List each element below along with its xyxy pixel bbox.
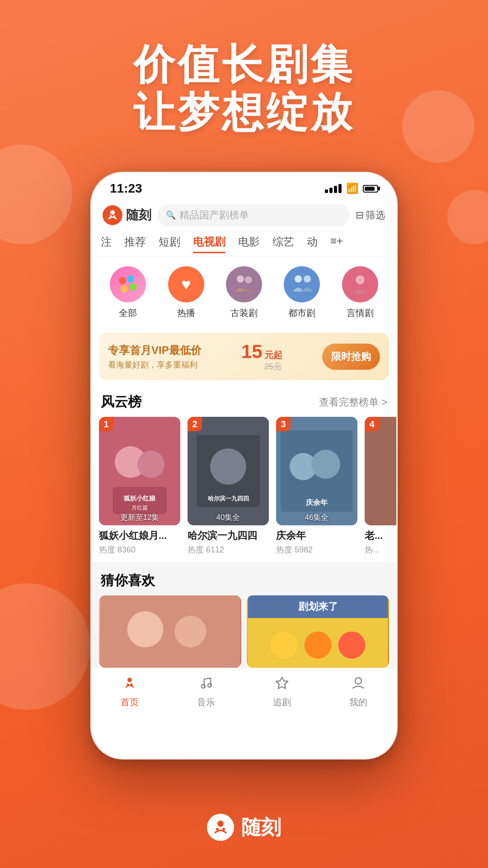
status-time: 11:23 [110, 181, 142, 196]
nav-follow-icon [275, 675, 289, 693]
rank-card-3[interactable]: 3 庆余年 46集全 庆余年 热度 5982 [276, 417, 357, 555]
wifi-icon: 📶 [346, 183, 358, 194]
hero-text: 价值长剧集 让梦想绽放 [0, 41, 488, 137]
vip-buy-button[interactable]: 限时抢购 [322, 344, 380, 370]
svg-point-32 [311, 450, 340, 479]
nav-profile-icon [351, 675, 366, 693]
svg-point-43 [338, 632, 366, 659]
genre-ancient-label: 古装剧 [230, 307, 258, 319]
cat-item-6[interactable]: 动 [307, 235, 318, 253]
svg-point-16 [304, 275, 311, 283]
svg-point-12 [237, 275, 244, 283]
svg-point-14 [284, 266, 320, 302]
svg-point-11 [226, 266, 262, 302]
rankings-more[interactable]: 查看完整榜单 > [319, 396, 387, 409]
svg-point-54 [216, 828, 219, 830]
nav-home[interactable]: 首页 [92, 675, 168, 708]
cat-item-7[interactable]: ≡+ [330, 235, 343, 253]
filter-icon: ⊟ [356, 209, 364, 221]
nav-music[interactable]: 音乐 [168, 675, 244, 708]
rankings-list: 1 狐妖小红娘 月红篇 更新至12集 狐妖小红娘月... 热 [92, 417, 396, 562]
genre-hot-label: 热播 [177, 307, 195, 319]
genre-ancient[interactable]: 古装剧 [221, 266, 267, 319]
genre-romance[interactable]: 言情剧 [338, 266, 383, 319]
svg-text:哈尔滨一九四四: 哈尔滨一九四四 [208, 495, 249, 502]
rankings-title: 风云榜 [101, 393, 141, 411]
nav-follow[interactable]: 追剧 [244, 675, 320, 708]
vip-banner[interactable]: 专享首月VIP最低价 看海量好剧，享多重福利 15 元起 25元 限时抢购 [99, 333, 389, 380]
nav-profile[interactable]: 我的 [320, 675, 397, 708]
svg-point-0 [103, 205, 122, 225]
bottom-brand: 随刻 [0, 814, 488, 841]
rec-card-2[interactable]: 剧划来了 [247, 595, 389, 668]
rank-heat-4: 热... [365, 544, 396, 555]
rec-grid: 剧划来了 [92, 595, 396, 668]
svg-point-6 [127, 275, 134, 283]
rec-card-1[interactable] [99, 595, 241, 668]
recommendations-section: 猜你喜欢 剧 [92, 562, 396, 668]
rec-header: 猜你喜欢 [92, 570, 396, 595]
nav-home-icon [122, 675, 137, 693]
rank-num-4: 4 [365, 417, 379, 431]
rank-episode-1: 更新至12集 [99, 512, 180, 523]
rankings-header: 风云榜 查看完整榜单 > [92, 385, 396, 417]
rec-title: 猜你喜欢 [101, 573, 155, 588]
status-icons: 📶 [325, 183, 378, 194]
rank-heat-1: 热度 8360 [99, 544, 180, 555]
svg-point-18 [356, 275, 365, 284]
rank-name-2: 哈尔滨一九四四 [188, 529, 269, 542]
cat-item-5[interactable]: 综艺 [272, 235, 294, 253]
svg-point-13 [245, 276, 252, 283]
svg-point-49 [208, 684, 211, 687]
svg-point-37 [175, 616, 206, 647]
app-logo-icon [103, 205, 122, 225]
svg-point-1 [110, 210, 115, 215]
cat-item-3[interactable]: 电视剧 [193, 235, 225, 253]
svg-text:剧划来了: 剧划来了 [298, 601, 338, 612]
top-nav: 随刻 🔍 精品国产剧榜单 ⊟ 筛选 [92, 199, 396, 231]
genre-city-label: 都市剧 [288, 307, 315, 319]
svg-point-47 [131, 684, 133, 686]
nav-home-label: 首页 [121, 696, 139, 708]
search-bar[interactable]: 🔍 精品国产剧榜单 [158, 204, 349, 226]
svg-text:月红篇: 月红篇 [131, 505, 148, 511]
genre-hot[interactable]: ♥ 热播 [164, 266, 209, 319]
genre-all[interactable]: 全部 [105, 266, 150, 319]
svg-rect-35 [100, 595, 240, 668]
svg-marker-50 [276, 677, 288, 689]
filter-label: 筛选 [366, 208, 385, 222]
brand-logo-icon [207, 814, 234, 841]
svg-point-45 [127, 678, 132, 682]
vip-title: 专享首月VIP最低价 [108, 343, 202, 358]
rank-heat-3: 热度 5982 [276, 544, 357, 555]
price-original: 25元 [264, 361, 282, 372]
vip-info: 专享首月VIP最低价 看海量好剧，享多重福利 [108, 343, 202, 370]
cat-item-0[interactable]: 注 [101, 235, 112, 253]
svg-point-52 [207, 814, 234, 841]
bottom-nav: 首页 音乐 [92, 668, 396, 719]
nav-music-icon [199, 675, 213, 693]
rank-card-4[interactable]: 4 老... 热... [365, 417, 396, 555]
genre-row: 全部 ♥ 热播 [92, 257, 396, 328]
battery-icon [363, 185, 378, 193]
cat-item-4[interactable]: 电影 [238, 235, 260, 253]
rank-thumb-2: 2 哈尔滨一九四四 40集全 [188, 417, 269, 525]
cat-item-2[interactable]: 短剧 [159, 235, 180, 253]
genre-city[interactable]: 都市剧 [279, 266, 324, 319]
phone-mockup: 11:23 📶 [90, 172, 398, 760]
price-unit: 元起 [264, 349, 282, 361]
rank-num-2: 2 [188, 417, 202, 431]
rank-card-2[interactable]: 2 哈尔滨一九四四 40集全 哈尔滨一九四四 热度 6112 [188, 417, 269, 555]
svg-text:♥: ♥ [181, 275, 191, 293]
svg-point-8 [121, 285, 128, 292]
filter-button[interactable]: ⊟ 筛选 [356, 208, 385, 222]
rank-num-3: 3 [276, 417, 291, 431]
rank-name-3: 庆余年 [276, 529, 357, 542]
cat-item-1[interactable]: 推荐 [124, 235, 146, 253]
vip-subtitle: 看海量好剧，享多重福利 [108, 359, 202, 370]
nav-follow-label: 追剧 [273, 696, 291, 708]
app-name: 随刻 [126, 207, 151, 224]
svg-point-44 [122, 675, 137, 690]
rank-card-1[interactable]: 1 狐妖小红娘 月红篇 更新至12集 狐妖小红娘月... 热 [99, 417, 180, 555]
category-nav: 注 推荐 短剧 电视剧 电影 综艺 动 ≡+ [92, 231, 396, 257]
